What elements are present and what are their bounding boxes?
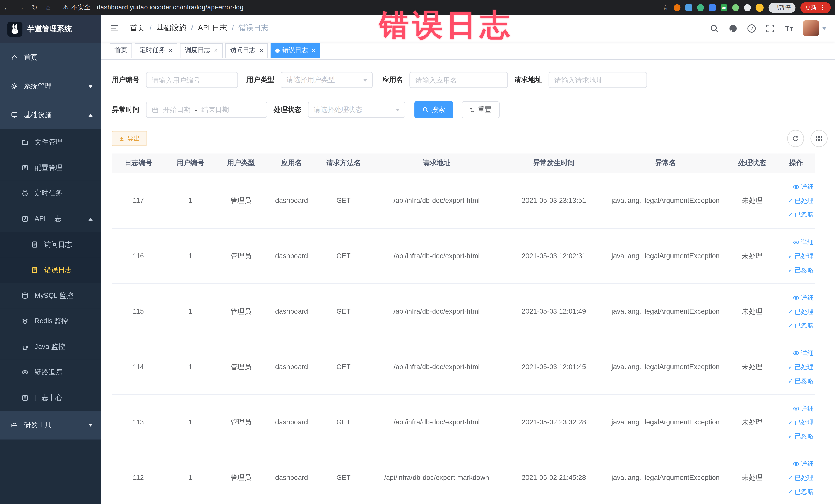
tab-error-log[interactable]: 错误日志: [270, 43, 320, 58]
back-icon[interactable]: [0, 3, 14, 11]
col-app-name: 应用名: [266, 153, 317, 173]
sidebar-item-redis-monitor[interactable]: Redis 监控: [0, 308, 101, 334]
processed-link[interactable]: 已处理: [778, 304, 814, 318]
processed-link[interactable]: 已处理: [778, 415, 814, 429]
detail-link[interactable]: 详细: [778, 346, 814, 360]
doc-icon: [31, 241, 39, 248]
sidebar-item-java-monitor[interactable]: Java 监控: [0, 334, 101, 360]
tab-home[interactable]: 首页: [109, 43, 132, 58]
sidebar-item-scheduled-tasks[interactable]: 定时任务: [0, 181, 101, 206]
refresh-table-button[interactable]: [787, 130, 804, 147]
github-icon[interactable]: [729, 24, 737, 33]
sidebar-item-system-mgmt[interactable]: 系统管理: [0, 72, 101, 101]
date-range-picker[interactable]: 开始日期 - 结束日期: [146, 102, 267, 118]
url-bar[interactable]: dashboard.yudao.iocoder.cn/infra/log/api…: [97, 4, 244, 11]
reload-icon[interactable]: [28, 3, 42, 11]
detail-link[interactable]: 详细: [778, 235, 814, 249]
font-size-icon[interactable]: TT: [785, 24, 793, 33]
update-button[interactable]: 更新: [800, 2, 831, 13]
search-icon[interactable]: [710, 24, 719, 33]
tab-dispatch-log[interactable]: 调度日志: [180, 43, 223, 58]
site-security-chip[interactable]: 不安全: [63, 3, 90, 12]
warning-icon: [63, 4, 68, 11]
extension-icon[interactable]: [697, 4, 704, 11]
processed-link[interactable]: 已处理: [778, 249, 814, 263]
sidebar-item-infrastructure[interactable]: 基础设施: [0, 101, 101, 129]
download-icon: [119, 136, 125, 141]
process-status-label: 处理状态: [273, 105, 301, 115]
sidebar-item-trace[interactable]: 链路追踪: [0, 360, 101, 385]
ignored-link[interactable]: 已忽略: [778, 484, 814, 498]
breadcrumb-home[interactable]: 首页: [130, 23, 145, 33]
sidebar-item-dev-tools[interactable]: 研发工具: [0, 411, 101, 440]
extension-icon[interactable]: [709, 4, 716, 11]
sidebar-item-home[interactable]: 首页: [0, 43, 101, 72]
user-menu[interactable]: [803, 20, 826, 36]
ignored-link[interactable]: 已忽略: [778, 374, 814, 387]
col-exception-time: 异常发生时间: [503, 153, 604, 173]
sidebar-collapse-icon[interactable]: [109, 23, 120, 33]
sidebar-item-access-log[interactable]: 访问日志: [0, 231, 101, 257]
col-user-id: 用户编号: [165, 153, 216, 173]
export-button[interactable]: 导出: [112, 131, 147, 146]
filter-row-2: 异常时间 开始日期 - 结束日期 处理状态 请选择处理状态 搜索: [112, 101, 815, 118]
sidebar-item-error-log[interactable]: 错误日志: [0, 257, 101, 283]
detail-link[interactable]: 详细: [778, 180, 814, 194]
extension-icon[interactable]: [674, 4, 680, 11]
chevron-down-icon: [88, 424, 93, 426]
column-settings-button[interactable]: [811, 130, 828, 147]
forward-icon[interactable]: [14, 3, 28, 11]
request-url-input[interactable]: [549, 72, 647, 88]
screen: 不安全 dashboard.yudao.iocoder.cn/infra/log…: [0, 0, 835, 504]
tab-scheduled-tasks[interactable]: 定时任务: [135, 43, 177, 58]
status-badge: 未处理: [727, 228, 777, 284]
extension-icon[interactable]: [685, 4, 692, 11]
extension-icon[interactable]: [732, 4, 739, 11]
breadcrumb-infra[interactable]: 基础设施: [145, 23, 186, 33]
user-type-select[interactable]: 请选择用户类型: [281, 72, 373, 88]
detail-link[interactable]: 详细: [778, 291, 814, 304]
request-url-label: 请求地址: [514, 75, 542, 85]
home-icon[interactable]: [42, 3, 56, 12]
sidebar-item-file-mgmt[interactable]: 文件管理: [0, 129, 101, 155]
home-icon: [11, 54, 19, 61]
browser-menu-icon[interactable]: [820, 4, 826, 11]
help-icon[interactable]: ?: [747, 24, 756, 33]
process-status-select[interactable]: 请选择处理状态: [308, 102, 405, 118]
ignored-link[interactable]: 已忽略: [778, 318, 814, 332]
sidebar-item-config-mgmt[interactable]: 配置管理: [0, 155, 101, 181]
user-id-input[interactable]: [146, 72, 238, 88]
user-avatar: [803, 20, 819, 36]
table-row: 113 1 管理员 dashboard GET /api/infra/db-do…: [112, 395, 815, 450]
ignored-link[interactable]: 已忽略: [778, 263, 814, 277]
fullscreen-icon[interactable]: [766, 24, 775, 33]
bookmark-star-icon[interactable]: [662, 3, 669, 12]
svg-text:?: ?: [750, 26, 753, 31]
processed-link[interactable]: 已处理: [778, 360, 814, 374]
status-badge: 未处理: [727, 173, 777, 228]
ignored-link[interactable]: 已忽略: [778, 429, 814, 443]
processed-link[interactable]: 已处理: [778, 194, 814, 207]
ignored-link[interactable]: 已忽略: [778, 207, 814, 221]
edit-log-icon: [21, 215, 29, 223]
app-name-input[interactable]: [409, 72, 508, 88]
paused-badge[interactable]: 已暂停: [769, 2, 796, 12]
table-row: 112 1 管理员 dashboard GET /api/infra/db-do…: [112, 450, 815, 504]
reset-button[interactable]: 重置: [462, 101, 500, 118]
status-badge: 未处理: [727, 395, 777, 450]
sidebar-item-log-center[interactable]: 日志中心: [0, 385, 101, 411]
sidebar-item-api-log[interactable]: API 日志: [0, 206, 101, 232]
extension-on-icon[interactable]: on: [720, 4, 728, 11]
profile-avatar-icon[interactable]: [756, 3, 763, 11]
detail-link[interactable]: 详细: [778, 457, 814, 471]
tab-access-log[interactable]: 访问日志: [225, 43, 268, 58]
database-icon: [21, 292, 29, 300]
sidebar-item-mysql-monitor[interactable]: MySQL 监控: [0, 283, 101, 309]
processed-link[interactable]: 已处理: [778, 471, 814, 484]
extension-icon[interactable]: [744, 4, 751, 11]
eye-icon: [793, 460, 799, 467]
date-end-placeholder: 结束日期: [202, 105, 229, 115]
breadcrumb-api-log[interactable]: API 日志: [186, 23, 227, 33]
search-button[interactable]: 搜索: [414, 101, 453, 118]
detail-link[interactable]: 详细: [778, 401, 814, 415]
